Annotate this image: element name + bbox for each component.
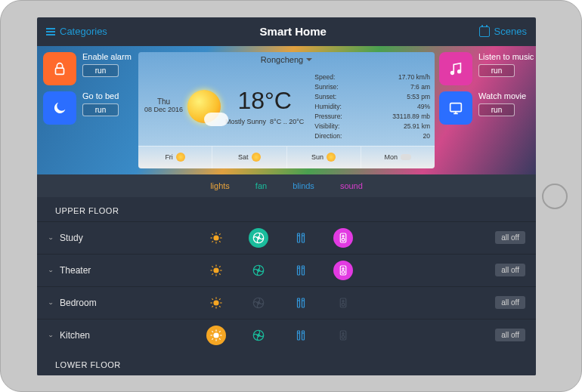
sun-icon — [187, 90, 221, 123]
all-off-button[interactable]: all off — [495, 264, 525, 276]
rooms-list: UPPER FLOOR⌄Studyall off⌄Theaterall off⌄… — [37, 197, 536, 375]
device-sound[interactable] — [333, 261, 353, 280]
weather-location[interactable]: Rongcheng — [138, 52, 435, 67]
svg-point-32 — [258, 269, 260, 271]
svg-point-21 — [342, 238, 345, 241]
stat-val: 33118.89 mb — [392, 113, 430, 120]
forecast-day[interactable]: Mon — [361, 147, 435, 168]
screen-icon — [439, 91, 472, 125]
sun-icon — [252, 153, 261, 162]
scene-name: Enable alarm — [82, 52, 132, 61]
device-icons — [206, 261, 353, 280]
chevron-down-icon[interactable]: ⌄ — [48, 267, 54, 273]
tab-fan[interactable]: fan — [255, 181, 267, 190]
room-row: ⌄Studyall off — [37, 221, 536, 254]
svg-rect-3 — [450, 103, 462, 111]
device-blinds[interactable] — [291, 326, 311, 345]
svg-rect-69 — [298, 331, 300, 340]
svg-line-10 — [219, 241, 221, 242]
svg-point-4 — [214, 236, 218, 240]
device-fan[interactable] — [249, 293, 268, 313]
device-fan[interactable] — [249, 261, 268, 280]
room-name[interactable]: Bedroom — [60, 298, 135, 308]
device-blinds[interactable] — [291, 228, 311, 248]
chevron-down-icon[interactable]: ⌄ — [48, 332, 54, 338]
stat-val: 25.91 km — [404, 122, 430, 130]
device-lights[interactable] — [206, 228, 226, 248]
device-sound[interactable] — [333, 293, 353, 313]
nav-categories[interactable]: Categories — [46, 26, 107, 37]
forecast-row: FriSatSunMon — [138, 146, 435, 168]
svg-rect-16 — [302, 233, 305, 242]
nav-scenes-label: Scenes — [494, 26, 527, 37]
svg-point-22 — [214, 268, 218, 273]
device-lights[interactable] — [206, 293, 226, 313]
tab-lights[interactable]: lights — [210, 181, 230, 190]
device-blinds[interactable] — [291, 261, 311, 280]
scene-column-left: Enable alarmrunGo to bedrun — [43, 52, 134, 168]
svg-line-11 — [212, 241, 213, 242]
weather-condition: Mostly Sunny 8°C .. 20°C — [225, 118, 304, 125]
music-icon — [439, 52, 472, 85]
scene-column-right: Listen to musicrunWatch movierun — [439, 52, 530, 168]
forecast-day[interactable]: Sun — [287, 147, 361, 168]
hamburger-icon — [46, 28, 55, 35]
stat-val: 7:6 am — [410, 83, 430, 91]
room-name[interactable]: Theater — [60, 265, 135, 276]
svg-point-68 — [258, 334, 260, 336]
all-off-button[interactable]: all off — [495, 296, 525, 309]
category-tabs: lights fan blinds sound — [37, 174, 536, 197]
device-icons — [206, 228, 353, 248]
room-name[interactable]: Kitchen — [60, 330, 135, 341]
device-icons — [206, 326, 353, 345]
stat-key: Humidity: — [314, 103, 341, 110]
room-row: ⌄Bedroomall off — [37, 286, 536, 319]
nav-scenes[interactable]: Scenes — [479, 26, 527, 37]
svg-rect-52 — [302, 298, 305, 307]
svg-rect-34 — [302, 266, 305, 275]
svg-rect-33 — [298, 266, 300, 275]
device-fan[interactable] — [249, 228, 268, 248]
room-name[interactable]: Study — [60, 233, 135, 243]
device-fan[interactable] — [249, 326, 268, 345]
svg-line-63 — [212, 331, 213, 332]
svg-point-56 — [342, 300, 344, 301]
tab-blinds[interactable]: blinds — [293, 181, 314, 190]
forecast-day[interactable]: Sat — [212, 147, 286, 168]
run-button[interactable]: run — [82, 103, 119, 116]
run-button[interactable]: run — [82, 64, 119, 77]
stat-key: Sunset: — [314, 93, 336, 100]
svg-line-65 — [212, 338, 213, 340]
stat-val: 49% — [417, 103, 430, 110]
weather-temp: 18°C — [225, 87, 304, 115]
all-off-button[interactable]: all off — [495, 329, 525, 341]
tablet-frame: Categories Smart Home Scenes Enable alar… — [0, 0, 582, 392]
svg-rect-51 — [298, 298, 300, 307]
chevron-down-icon[interactable]: ⌄ — [48, 234, 54, 241]
stat-key: Visibility: — [314, 122, 339, 130]
svg-point-38 — [342, 267, 344, 269]
top-bar: Categories Smart Home Scenes — [37, 17, 536, 46]
svg-point-40 — [214, 301, 218, 305]
run-button[interactable]: run — [478, 64, 515, 77]
device-lights[interactable] — [206, 261, 226, 280]
stat-key: Speed: — [314, 73, 335, 81]
svg-line-30 — [219, 266, 221, 267]
weather-date: 08 Dec 2016 — [144, 106, 183, 113]
run-button[interactable]: run — [478, 103, 515, 116]
svg-point-50 — [258, 301, 260, 304]
device-sound[interactable] — [333, 326, 353, 345]
device-lights[interactable] — [206, 326, 226, 345]
sun-icon — [176, 153, 185, 162]
device-blinds[interactable] — [291, 293, 311, 313]
chevron-down-icon[interactable]: ⌄ — [48, 299, 54, 306]
scene-name: Listen to music — [478, 52, 534, 61]
tablet-home-button[interactable] — [542, 184, 568, 209]
device-sound[interactable] — [333, 228, 353, 248]
tab-sound[interactable]: sound — [340, 181, 363, 190]
app-screen: Categories Smart Home Scenes Enable alar… — [37, 17, 536, 375]
svg-point-58 — [214, 333, 218, 338]
forecast-day[interactable]: Fri — [138, 147, 212, 168]
all-off-button[interactable]: all off — [495, 231, 525, 244]
svg-line-66 — [219, 331, 221, 332]
